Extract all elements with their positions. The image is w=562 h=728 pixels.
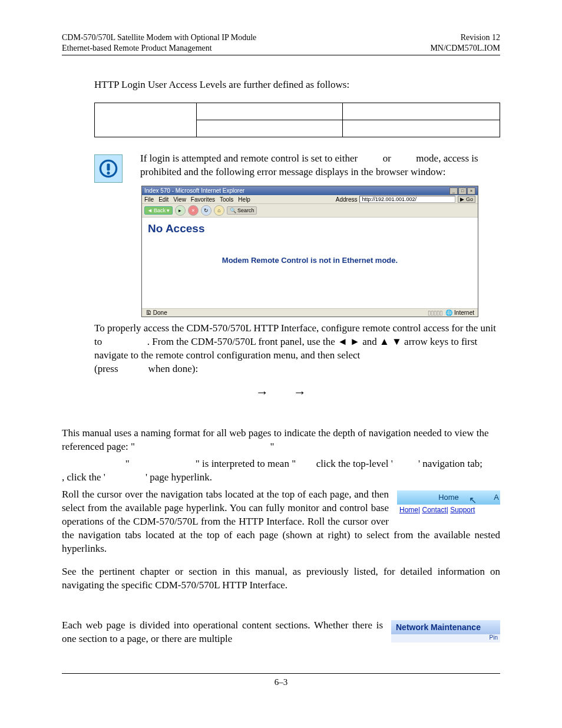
status-zone: ▯▯▯▯▯ 🌐 Internet	[428, 309, 474, 316]
menu-favorites[interactable]: Favorites	[191, 196, 215, 203]
naming-2a: "	[125, 458, 130, 469]
table-cell	[343, 103, 500, 120]
modem-error-message: Modem Remote Control is not in Ethernet …	[148, 256, 472, 265]
sub-links: Home| Contact| Support	[397, 505, 500, 515]
browser-status-bar: 🖻 Done ▯▯▯▯▯ 🌐 Internet	[142, 308, 478, 317]
status-done: 🖻 Done	[146, 309, 167, 316]
internet-label: Internet	[454, 309, 474, 316]
maximize-icon[interactable]: □	[458, 187, 467, 195]
back-button[interactable]: ◄ Back ▾	[144, 206, 173, 215]
link-home[interactable]: Home	[399, 506, 418, 514]
config-para-b: . From the CDM-570/570L front panel, use…	[94, 336, 477, 361]
menu-view[interactable]: View	[173, 196, 186, 203]
page-header: CDM-570/570L Satellite Modem with Option…	[62, 32, 500, 55]
naming-1a: This manual uses a naming format for all…	[62, 427, 489, 452]
menu-edit[interactable]: Edit	[158, 196, 168, 203]
link-support[interactable]: Support	[450, 506, 475, 514]
menu-help[interactable]: Help	[238, 196, 250, 203]
browser-title-bar: Index 570 - Microsoft Internet Explorer …	[142, 186, 478, 195]
config-para-c: (press	[94, 363, 118, 374]
address-label: Address	[336, 196, 358, 203]
minimize-icon[interactable]: _	[449, 187, 458, 195]
header-right: Revision 12 MN/CDM570L.IOM	[430, 32, 500, 54]
address-bar[interactable]: http://192.001.001.002/	[359, 196, 455, 203]
table-cell	[197, 103, 343, 120]
naming-2e: , click the '	[62, 472, 105, 483]
close-icon[interactable]: ×	[467, 187, 475, 195]
alert-icon	[94, 154, 123, 183]
browser-title-text: Index 570 - Microsoft Internet Explorer	[144, 187, 244, 194]
nav-tabs-preview: Home ↖ A Home| Contact| Support	[397, 490, 500, 515]
go-button[interactable]: ▶ Go	[458, 196, 475, 203]
naming-1b: "	[270, 441, 274, 452]
svg-rect-1	[107, 164, 110, 171]
window-controls: _□×	[449, 187, 475, 195]
access-levels-table	[94, 103, 500, 137]
ping-label: Pin	[490, 634, 498, 641]
config-para: To properly access the CDM-570/570L HTTP…	[94, 322, 500, 376]
done-label: Done	[153, 309, 167, 316]
browser-menubar: File Edit View Favorites Tools Help Addr…	[142, 195, 478, 204]
network-maintenance-header: Network Maintenance	[391, 620, 500, 634]
doc-subtitle: Ethernet-based Remote Product Management	[62, 43, 256, 54]
network-maintenance-preview: Network Maintenance Pin	[391, 620, 500, 643]
revision: Revision 12	[430, 32, 500, 43]
footer-rule	[62, 673, 500, 674]
note-lead: If login is attempted and remote control…	[140, 153, 358, 164]
go-label: Go	[466, 196, 473, 202]
search-label: Search	[237, 207, 254, 213]
naming-2f: ' page hyperlink.	[146, 472, 212, 483]
note-or: or	[383, 153, 391, 164]
home-button[interactable]: ⌂	[214, 205, 224, 216]
arrow-icon: →	[293, 385, 306, 400]
naming-para-1: This manual uses a naming format for all…	[62, 427, 500, 454]
naming-para-2: " " is interpreted to mean " click the t…	[62, 457, 500, 485]
naming-2c: click the top-level '	[316, 458, 393, 469]
config-para-d: when done):	[148, 363, 199, 374]
search-button[interactable]: 🔍 Search	[227, 206, 257, 215]
header-left: CDM-570/570L Satellite Modem with Option…	[62, 32, 256, 54]
browser-window: Index 570 - Microsoft Internet Explorer …	[141, 186, 478, 317]
tab-partial: A	[494, 493, 499, 502]
doc-number: MN/CDM570L.IOM	[430, 43, 500, 54]
link-contact[interactable]: Contact	[422, 506, 446, 514]
svg-point-2	[107, 172, 110, 174]
nav-arrows-line: → →	[62, 385, 500, 400]
arrow-icon: →	[256, 385, 269, 400]
naming-2d: ' navigation tab;	[418, 458, 482, 469]
menu-file[interactable]: File	[144, 196, 154, 203]
page: CDM-570/570L Satellite Modem with Option…	[0, 0, 562, 711]
table-row	[95, 103, 500, 120]
note-text: If login is attempted and remote control…	[140, 152, 500, 183]
stop-button[interactable]: ×	[188, 205, 199, 216]
tab-bar[interactable]: Home ↖ A	[397, 490, 500, 505]
back-label: Back	[154, 207, 166, 213]
page-number: 6–3	[62, 677, 500, 687]
no-access-heading: No Access	[148, 222, 472, 235]
address-wrap: Address http://192.001.001.002/ ▶ Go	[336, 196, 475, 203]
browser-toolbar: ◄ Back ▾ ▸ × ↻ ⌂ 🔍 Search	[142, 204, 478, 218]
doc-title: CDM-570/570L Satellite Modem with Option…	[62, 32, 256, 43]
see-chapter-para: See the pertinent chapter or section in …	[62, 565, 500, 592]
menu-tools[interactable]: Tools	[220, 196, 233, 203]
naming-2b: " is interpreted to mean "	[196, 458, 296, 469]
network-maintenance-body: Pin	[391, 634, 500, 643]
table-cell	[95, 103, 197, 137]
browser-content: No Access Modem Remote Control is not in…	[142, 218, 478, 308]
forward-button[interactable]: ▸	[175, 205, 186, 216]
refresh-button[interactable]: ↻	[201, 205, 211, 216]
cursor-icon: ↖	[469, 495, 477, 506]
note-block: If login is attempted and remote control…	[94, 152, 500, 183]
tab-home[interactable]: Home	[438, 493, 459, 502]
intro-text: HTTP Login User Access Levels are furthe…	[94, 79, 500, 91]
table-cell	[197, 120, 343, 137]
table-cell	[343, 120, 500, 137]
